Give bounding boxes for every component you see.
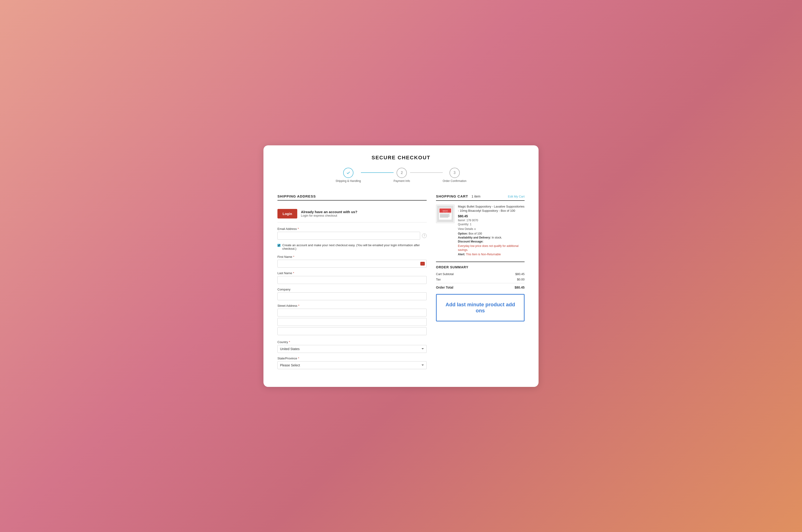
first-name-dots-icon[interactable]: ··· [420, 262, 425, 266]
svg-rect-10 [440, 217, 448, 217]
street-input-3[interactable] [277, 327, 427, 335]
first-name-label: First Name * [277, 255, 427, 259]
first-name-required-star: * [293, 255, 294, 259]
state-select[interactable]: Please SelectAlabamaAlaskaArizonaCalifor… [277, 361, 427, 369]
email-required-star: * [298, 227, 299, 231]
discount-message: Everyday low price does not qualify for … [458, 244, 525, 252]
street-required-star: * [298, 304, 299, 307]
company-input[interactable] [277, 292, 427, 300]
svg-rect-9 [440, 216, 450, 217]
login-text: Already have an account with us? Login f… [301, 210, 358, 217]
country-select[interactable]: United StatesCanadaUnited Kingdom [277, 345, 427, 353]
svg-rect-6 [440, 214, 449, 215]
state-required-star: * [298, 357, 299, 360]
order-summary: ORDER SUMMARY Cart Subtotal $80.45 Tax $… [436, 262, 525, 289]
country-group: Country * United StatesCanadaUnited King… [277, 340, 427, 353]
login-button[interactable]: Login [277, 209, 297, 218]
company-label: Company [277, 288, 427, 291]
cart-header: SHOPPING CART 1 item Edit My Cart [436, 194, 525, 198]
svg-text:MAGIC: MAGIC [443, 210, 448, 212]
help-icon[interactable]: ? [422, 233, 427, 238]
cart-item-name: Magic Bullet Suppository - Laxative Supp… [458, 205, 525, 213]
cart-item-quantity: Quantity: 1 [458, 223, 525, 226]
cart-item-price: $80.45 [458, 214, 525, 218]
step-2: 2 Payment Info [394, 168, 410, 183]
last-name-required-star: * [293, 271, 294, 275]
state-group: State/Province * Please SelectAlabamaAla… [277, 357, 427, 369]
email-row: ? [277, 232, 427, 240]
step-3-circle: 3 [450, 168, 460, 178]
cart-divider [436, 200, 525, 201]
cart-header-left: SHOPPING CART 1 item [436, 194, 480, 198]
street-group: Street Address * [277, 304, 427, 337]
company-group: Company [277, 288, 427, 300]
discount-label-row: Discount Message: [458, 240, 525, 243]
main-container: SECURE CHECKOUT Shipping & Handling 2 Pa… [263, 145, 539, 387]
last-name-label: Last Name * [277, 271, 427, 275]
create-account-label[interactable]: Create an account and make your next che… [282, 243, 427, 250]
svg-rect-5 [440, 213, 451, 214]
shipping-section-header: SHIPPING ADDRESS [277, 194, 427, 201]
svg-rect-8 [440, 216, 449, 216]
last-name-input[interactable] [277, 276, 427, 284]
street-input-2[interactable] [277, 318, 427, 326]
first-name-group: First Name * ··· [277, 255, 427, 268]
option-row: Option: Box of 100 [458, 232, 525, 235]
svg-rect-7 [440, 215, 450, 215]
step-3: 3 Order Confirmation [443, 168, 467, 183]
order-total-row: Order Total $80.45 [436, 283, 525, 289]
email-label: Email Address * [277, 227, 427, 231]
cart-subtotal-row: Cart Subtotal $80.45 [436, 272, 525, 276]
first-name-input[interactable] [277, 260, 427, 268]
login-question: Already have an account with us? [301, 210, 358, 214]
step-1-circle [343, 168, 353, 178]
country-required-star: * [289, 340, 290, 344]
product-image-svg: MAGIC BULLET [437, 206, 453, 222]
login-bar: Login Already have an account with us? L… [277, 205, 427, 223]
page-title: SECURE CHECKOUT [277, 155, 525, 161]
step-1-label: Shipping & Handling [335, 179, 361, 183]
cart-count: 1 item [471, 194, 480, 198]
add-last-minute-button[interactable]: Add last minute product add ons [436, 294, 525, 321]
first-name-input-wrapper: ··· [277, 260, 427, 268]
street-inputs [277, 309, 427, 337]
email-input[interactable] [277, 232, 420, 240]
create-account-checkbox[interactable] [277, 244, 280, 247]
step-1: Shipping & Handling [335, 168, 361, 183]
left-panel: SHIPPING ADDRESS Login Already have an a… [277, 194, 427, 373]
right-panel: SHOPPING CART 1 item Edit My Cart MAGIC … [436, 194, 525, 322]
stepper: Shipping & Handling 2 Payment Info 3 Ord… [277, 168, 525, 183]
order-summary-title: ORDER SUMMARY [436, 265, 525, 269]
tax-row: Tax $0.00 [436, 278, 525, 281]
country-label: Country * [277, 340, 427, 344]
edit-cart-link[interactable]: Edit My Cart [508, 195, 525, 198]
cart-item-details: Magic Bullet Suppository - Laxative Supp… [458, 205, 525, 256]
email-group: Email Address * ? [277, 227, 427, 240]
cart-item-number: Item#: 178 0070 [458, 219, 525, 222]
street-input-1[interactable] [277, 309, 427, 317]
street-label: Street Address * [277, 304, 427, 307]
cart-subtotal-value: $80.45 [515, 272, 525, 276]
state-label: State/Province * [277, 357, 427, 360]
view-details-link[interactable]: View Details ∧ [458, 227, 525, 231]
cart-subtotal-label: Cart Subtotal [436, 272, 454, 276]
step-line-2 [410, 172, 443, 173]
cart-title: SHOPPING CART [436, 194, 468, 198]
order-total-label: Order Total [436, 286, 453, 289]
last-name-group: Last Name * [277, 271, 427, 284]
step-3-label: Order Confirmation [443, 179, 467, 183]
step-line-1 [361, 172, 394, 173]
chevron-up-icon: ∧ [474, 227, 476, 231]
tax-value: $0.00 [517, 278, 525, 281]
step-2-circle: 2 [397, 168, 407, 178]
cart-item: MAGIC BULLET Magic Bullet Suppository - … [436, 205, 525, 256]
alert-row: Alert: This Item is Non-Returnable [458, 253, 525, 256]
order-total-value: $80.45 [514, 286, 525, 289]
step-2-label: Payment Info [394, 179, 410, 183]
availability-row: Availability and Delivery: In stock. [458, 236, 525, 239]
cart-item-image: MAGIC BULLET [436, 205, 455, 223]
create-account-checkbox-row: Create an account and make your next che… [277, 243, 427, 250]
content-area: SHIPPING ADDRESS Login Already have an a… [277, 194, 525, 373]
add-last-minute-text: Add last minute product add ons [441, 302, 519, 314]
login-subtext: Login for express checkout [301, 214, 358, 217]
